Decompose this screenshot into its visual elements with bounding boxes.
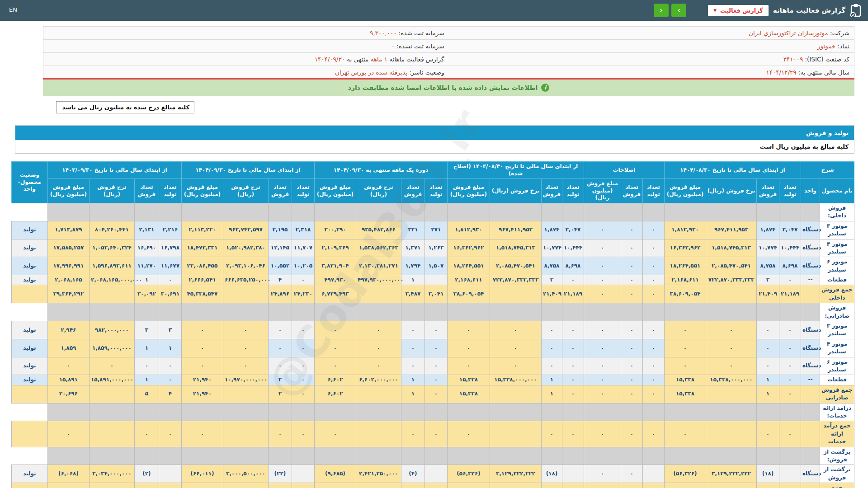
table-cell: ۶,۶۰۲ [314, 385, 356, 403]
info-label: منتهی به [345, 56, 371, 63]
previous-report-button[interactable]: ‹ [654, 4, 669, 17]
table-cell: دستگاه [801, 321, 820, 339]
table-cell: ۰ [621, 339, 642, 357]
table-cell: ۱ [159, 339, 181, 357]
column-header: تعداد فروش [756, 179, 779, 203]
table-cell: ۰ [562, 357, 584, 375]
table-cell: ۲,۱۶۸,۶۱۱ [447, 275, 490, 285]
table-cell [292, 465, 314, 483]
table-cell: ۰ [642, 221, 664, 239]
table-cell: ۰ [756, 321, 779, 339]
table-cell [11, 385, 47, 403]
table-cell: ۰ [621, 275, 642, 285]
group-header: اصلاحات [584, 162, 664, 179]
table-cell: ۰ [642, 275, 664, 285]
info-value: خموتور [817, 42, 835, 50]
language-switch-en[interactable]: EN [9, 6, 17, 13]
table-cell [801, 421, 820, 447]
table-cell: ۰ [584, 221, 621, 239]
table-row: برگشت از فروش: [11, 447, 854, 465]
column-header: نرخ فروش (ریال) [356, 179, 401, 203]
table-cell [447, 447, 490, 465]
table-cell: ۰ [642, 239, 664, 257]
table-cell: ۰ [292, 275, 314, 285]
table-cell: ۰ [621, 375, 642, 385]
table-cell: دستگاه [801, 465, 820, 483]
next-report-button[interactable]: › [671, 4, 686, 17]
table-row: برگشت از فروشدستگاه(۱۸)۳,۱۲۹,۲۲۲,۲۲۲(۵۶,… [11, 465, 854, 483]
table-cell: ۰ [159, 357, 181, 375]
column-header: نام محصول [820, 179, 854, 203]
table-cell: ۱۸,۲۶۴,۵۵۱ [664, 257, 706, 275]
table-cell: ۱,۸۵۹ [47, 339, 89, 357]
table-cell [159, 447, 181, 465]
column-header: نرخ فروش (ریال) [706, 179, 756, 203]
table-cell: ۴ [159, 385, 181, 403]
report-type-dropdown[interactable]: گزارش فعالیت ▼ [708, 5, 769, 16]
page-title: گزارش فعالیت ماهانه [773, 6, 845, 14]
table-row: جمع برگشت از فروش(۱۸)(۵۶,۳۲۶)۰۰(۱۸)(۵۶,۳… [11, 483, 854, 488]
table-cell [664, 403, 706, 421]
table-cell: ۱۵,۸۹۱,۰۰۰,۰۰۰ [89, 375, 134, 385]
table-cell: تولید [11, 339, 47, 357]
signature-match-bar: i اطلاعات نمایش داده شده با اطلاعات امضا… [43, 80, 854, 96]
table-cell [89, 203, 134, 221]
table-cell: ۴۹۷,۹۳۰,۰۰۰,۰۰۰ [356, 275, 401, 285]
table-cell: ۳ [756, 275, 779, 285]
table-row: موتور ۴ سیلندردستگاه۱۰,۴۴۴۱۰,۷۷۴۱,۵۱۸,۷۴… [11, 239, 854, 257]
column-header: نرخ فروش (ریال) [490, 179, 541, 203]
column-header: تعداد تولید [159, 179, 181, 203]
table-cell [181, 403, 223, 421]
table-cell: دستگاه [801, 339, 820, 357]
table-cell: ۱۰,۹۷۰,۰۰۰,۰۰۰ [223, 375, 268, 385]
table-cell [292, 447, 314, 465]
table-cell [314, 203, 356, 221]
table-cell: ۲,۱۳۰,۳۸۱,۲۷۱ [356, 257, 401, 275]
table-cell: ۱ [541, 375, 562, 385]
table-cell: ۰ [490, 321, 541, 339]
table-cell: ۱ [541, 385, 562, 403]
table-cell [562, 465, 584, 483]
table-cell [490, 403, 541, 421]
table-cell: ۰ [621, 321, 642, 339]
table-cell: ۰ [356, 339, 401, 357]
table-cell: ۰ [706, 339, 756, 357]
section-subtitle: کلیه مبالغ به میلیون ریال است [15, 140, 854, 154]
table-cell: ۲,۳۱۸ [292, 221, 314, 239]
table-cell: ۱,۸۵۹,۰۰۰,۰۰۰ [89, 339, 134, 357]
table-cell [292, 203, 314, 221]
row-name: موتور ۶ سیلندر [820, 357, 854, 375]
row-name: جمع فروش داخلی [820, 285, 854, 303]
row-name: جمع درآمد ارائه خدمات [820, 421, 854, 447]
table-cell: دستگاه [801, 221, 820, 239]
column-header: تعداد تولید [642, 179, 664, 203]
table-row: قطعات--۰۳۷۲۲,۸۷۰,۳۳۳,۳۳۳۲,۱۶۸,۶۱۱۰۰۰۰۳۷۲… [11, 275, 854, 285]
column-header: تعداد فروش [621, 179, 642, 203]
table-cell: دستگاه [801, 357, 820, 375]
table-cell [562, 447, 584, 465]
info-cell: نماد: خموتور [449, 40, 854, 53]
info-value: ۱ ماهه [371, 56, 387, 63]
table-cell: ۲۱,۴۰۹ [756, 285, 779, 303]
table-cell: ۰ [268, 321, 292, 339]
amounts-note-box: کلیه مبالغ درج شده به میلیون ریال می باش… [56, 101, 194, 113]
table-cell [642, 303, 664, 321]
table-cell: ۱۵,۸۹۱ [47, 375, 89, 385]
table-cell: ۰ [181, 339, 223, 357]
table-cell: تولید [11, 375, 47, 385]
row-name: فروش صادراتی: [820, 303, 854, 321]
table-row: موتور ۴ سیلندردستگاه۰۰۰۰۰۰۰۰۰۰۰۰۰۰۰۰۰۰۰۱… [11, 339, 854, 357]
table-cell: ۰ [181, 421, 223, 447]
table-cell [223, 303, 268, 321]
table-cell: ۰ [642, 357, 664, 375]
table-cell: ۳۰,۶۹۱ [159, 285, 181, 303]
table-cell: ۱۵,۳۳۸ [664, 375, 706, 385]
row-name: جمع فروش صادراتی [820, 385, 854, 403]
info-value: موتورسازان تراکتورسازي ايران [749, 29, 828, 37]
table-cell: ۰ [541, 421, 562, 447]
table-cell [292, 403, 314, 421]
table-cell [159, 303, 181, 321]
table-cell: ۳۹,۳۶۴,۲۹۲ [47, 285, 89, 303]
table-cell [801, 403, 820, 421]
table-cell: ۰ [159, 275, 181, 285]
